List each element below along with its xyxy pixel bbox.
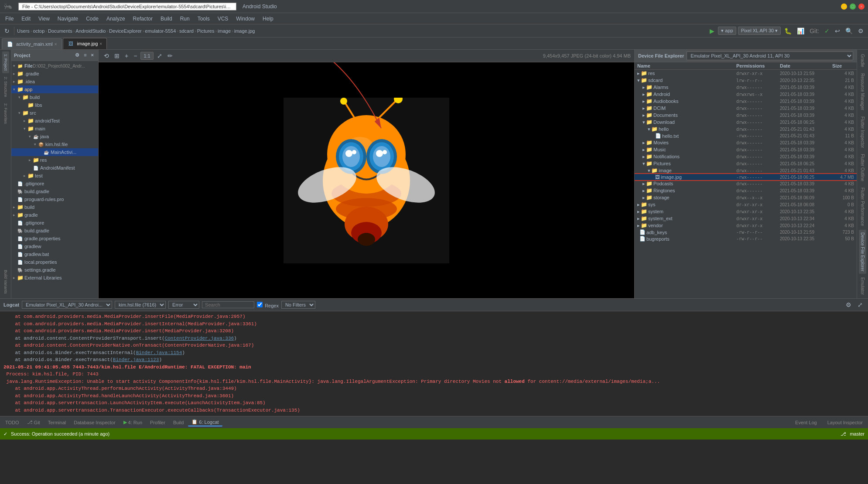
bottom-tab-terminal[interactable]: Terminal — [44, 419, 70, 426]
tree-item-root[interactable]: ▾ 📁 File D:\002_Project\002_Andr... — [11, 62, 98, 70]
tree-buildgradle1[interactable]: 🐘 build.gradle — [11, 187, 98, 195]
menu-file[interactable]: File — [2, 15, 17, 23]
img-tool-fit-icon[interactable]: ⤢ — [155, 51, 164, 60]
tree-mainactivity[interactable]: ☕ MainActivi... — [11, 148, 98, 156]
tab-image-jpg[interactable]: 🖼 image.jpg × — [63, 38, 107, 49]
img-zoom-level[interactable]: 1:1 — [140, 52, 153, 60]
tab-activity-main-close[interactable]: × — [55, 42, 57, 47]
log-link-contentprovider[interactable]: ContentProvider.java:336 — [165, 336, 234, 341]
project-collapse-icon[interactable]: ≡ — [82, 51, 88, 59]
file-row-audiobooks[interactable]: ▸📁Audiobooks drwx------ 2021-05-18 03:39… — [635, 98, 857, 105]
file-row-vendor[interactable]: ▸📁vendor drwxr-xr-x 2020-10-13 22:24 4 K… — [635, 222, 857, 229]
img-tool-zoomin-icon[interactable]: + — [123, 51, 130, 60]
file-row-android[interactable]: ▸📁Android drwxrws--x 2021-05-18 03:39 4 … — [635, 91, 857, 98]
tree-androidtest[interactable]: ▸ 📁 androidTest — [11, 117, 98, 125]
tree-app[interactable]: ▾ 📁 app — [11, 85, 98, 93]
file-row-imagejpg[interactable]: 🖼image.jpg -rwx------ 2021-05-18 06:25 4… — [635, 174, 857, 180]
img-tool-rotate-icon[interactable]: ⟲ — [102, 51, 111, 60]
breadcrumb-pictures[interactable]: Pictures — [197, 28, 215, 34]
tree-idea[interactable]: ▸ 📁 .idea — [11, 78, 98, 85]
tree-package[interactable]: ▾ 📦 kim.hsl.file — [11, 140, 98, 148]
close-button[interactable]: × — [858, 3, 865, 10]
menu-analyze[interactable]: Analyze — [103, 15, 129, 23]
toolbar-app-selector[interactable]: ▾ app — [718, 27, 736, 35]
right-tab-flutter-perf[interactable]: Flutter Performance — [859, 185, 866, 228]
tree-gradlew[interactable]: 📄 gradlew — [11, 242, 98, 250]
logcat-filter-select[interactable]: No Filters — [281, 301, 315, 309]
right-tab-emulator[interactable]: Emulator — [859, 275, 866, 297]
toolbar-sync-icon[interactable]: ↻ — [3, 27, 11, 35]
left-tab-favorites[interactable]: 2: Favorites — [2, 101, 9, 126]
bottom-tab-todo[interactable]: TODO — [2, 419, 23, 426]
tree-build2[interactable]: ▸ 📁 build — [11, 203, 98, 211]
tree-buildgradle2[interactable]: 🐘 build.gradle — [11, 227, 98, 235]
file-row-podcasts[interactable]: ▸📁Podcasts drwx------ 2021-05-18 03:39 4… — [635, 180, 857, 187]
tree-localprops[interactable]: 📄 local.properties — [11, 258, 98, 266]
file-row-download[interactable]: ▾📁Download drwx------ 2021-05-18 06:25 4… — [635, 119, 857, 126]
tree-androidmanifest[interactable]: 📄 AndroidManifest — [11, 164, 98, 172]
bottom-tab-eventlog[interactable]: Event Log — [792, 419, 820, 426]
right-tab-flutter-inspector[interactable]: Flutter Inspector — [859, 114, 866, 150]
bottom-tab-logcat[interactable]: 📋 6: Logcat — [188, 418, 222, 426]
tree-gitignore1[interactable]: 📄 .gitignore — [11, 180, 98, 187]
tree-java[interactable]: ▾ ☕ java — [11, 133, 98, 140]
breadcrumb-sdcard[interactable]: sdcard — [179, 28, 194, 34]
tree-gradleprops[interactable]: 📄 gradle.properties — [11, 235, 98, 242]
breadcrumb-image-folder[interactable]: image — [218, 28, 231, 34]
menu-refactor[interactable]: Refactor — [130, 15, 156, 23]
menu-run[interactable]: Run — [177, 15, 193, 23]
project-close-icon[interactable]: × — [89, 51, 96, 59]
left-tab-project[interactable]: 1: Project — [2, 51, 9, 73]
file-row-pictures[interactable]: ▾📁Pictures drwx------ 2021-05-18 06:25 4… — [635, 160, 857, 167]
menu-window[interactable]: Window — [232, 15, 258, 23]
tree-libs[interactable]: 📁 libs — [11, 101, 98, 109]
file-row-adbkeys[interactable]: 📄adb_keys -rw-r--r-- 2020-10-13 21:59 72… — [635, 229, 857, 235]
tree-app-build[interactable]: ▾ 📁 build — [11, 93, 98, 101]
bottom-tab-layout-inspector[interactable]: Layout Inspector — [824, 419, 866, 426]
toolbar-run-icon[interactable]: ▶ — [708, 27, 716, 35]
tree-test[interactable]: ▸ 📁 test — [11, 172, 98, 180]
file-row-hello[interactable]: ▾📁hello drwx------ 2021-05-21 01:43 4 KB — [635, 126, 857, 133]
file-row-system[interactable]: ▸📁system drwxr-xr-x 2020-10-13 22:35 4 K… — [635, 208, 857, 215]
logcat-device-select[interactable]: Emulator Pixel_XL_API_30 Androi... — [22, 301, 112, 309]
left-tab-buildvariants[interactable]: Build Variants — [2, 267, 9, 297]
toolbar-search-icon[interactable]: 🔍 — [844, 27, 854, 35]
tree-gradlewbat[interactable]: 📄 gradlew.bat — [11, 250, 98, 258]
breadcrumb-emulator[interactable]: emulator-5554 — [145, 28, 176, 34]
toolbar-git-icon[interactable]: Git: — [808, 27, 821, 35]
breadcrumb-imagejpg[interactable]: image.jpg — [234, 28, 255, 34]
menu-view[interactable]: View — [35, 15, 53, 23]
img-tool-grid-icon[interactable]: ⊞ — [113, 51, 121, 60]
right-tab-device-explorer[interactable]: Device File Explorer — [859, 230, 866, 274]
file-row-res[interactable]: ▸📁res drwxr-xr-x 2020-10-13 21:59 4 KB — [635, 70, 857, 77]
file-row-storage[interactable]: ▸📁storage drwx--x--x 2021-05-18 06:09 10… — [635, 194, 857, 201]
toolbar-device-selector[interactable]: Pixel XL API 30 ▾ — [738, 27, 781, 35]
toolbar-checkmark-icon[interactable]: ✓ — [823, 27, 831, 35]
logcat-level-select[interactable]: Error Debug Info Warn Verbose — [168, 301, 199, 309]
tab-activity-main[interactable]: 📄 activity_main.xml × — [2, 38, 62, 49]
img-tool-edit-icon[interactable]: ✏ — [166, 51, 174, 60]
logcat-settings-icon[interactable]: ⚙ — [844, 300, 853, 309]
logcat-regex-checkbox[interactable] — [257, 302, 263, 307]
breadcrumb-users[interactable]: Users — [17, 28, 30, 34]
breadcrumb-documents[interactable]: Documents — [48, 28, 72, 34]
file-row-bugreports[interactable]: 📄bugreports -rw-r--r-- 2020-10-13 22:35 … — [635, 235, 857, 242]
logcat-search-input[interactable] — [202, 301, 254, 308]
menu-help[interactable]: Help — [259, 15, 277, 23]
toolbar-settings-icon[interactable]: ⚙ — [856, 27, 865, 35]
maximize-button[interactable]: □ — [850, 3, 856, 10]
tree-main[interactable]: ▾ 📁 main — [11, 125, 98, 133]
file-row-alarms[interactable]: ▸📁Alarms drwx------ 2021-05-18 03:39 4 K… — [635, 84, 857, 91]
log-link-binder2[interactable]: Binder.java:1123 — [113, 357, 159, 362]
file-row-image-folder[interactable]: ▾📁image drwx------ 2021-05-21 01:43 4 KB — [635, 167, 857, 174]
file-row-dcim[interactable]: ▸📁DCIM drwx------ 2021-05-18 03:39 4 KB — [635, 105, 857, 112]
menu-tools[interactable]: Tools — [194, 15, 213, 23]
file-row-system-ext[interactable]: ▸📁system_ext drwxr-xr-x 2020-10-13 22:34… — [635, 215, 857, 222]
file-row-notifications[interactable]: ▸📁Notifications drwx------ 2021-05-18 03… — [635, 153, 857, 160]
tree-gitignore2[interactable]: 📄 .gitignore — [11, 219, 98, 227]
tree-proguard[interactable]: 📄 proguard-rules.pro — [11, 195, 98, 203]
bottom-tab-git[interactable]: ⎇ Git — [24, 419, 44, 426]
right-tab-gradle[interactable]: Gradle — [859, 51, 866, 70]
project-gear-icon[interactable]: ⚙ — [73, 51, 81, 59]
right-tab-resource-manager[interactable]: Resource Manager — [859, 71, 866, 113]
